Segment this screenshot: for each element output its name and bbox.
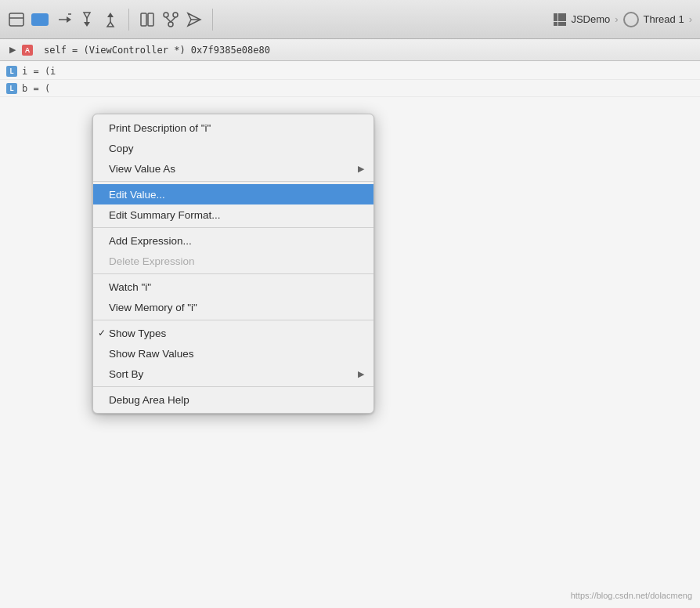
var-b-badge: L <box>6 83 17 94</box>
toolbar-separator-1 <box>128 9 129 31</box>
menu-item-label-delete-expression: Delete Expression <box>109 255 195 267</box>
var-b-text: b = ( <box>22 83 50 94</box>
menu-item-label-view-value-as: View Value As <box>109 163 175 175</box>
debug-area: ▶ A self = (ViewController *) 0x7f9385e0… <box>0 39 700 608</box>
breadcrumb-chevron: › <box>615 13 618 25</box>
menu-separator-separator-4 <box>93 320 373 320</box>
submenu-arrow-view-value-as: ▶ <box>358 164 364 174</box>
menu-item-label-edit-summary-format: Edit Summary Format... <box>109 209 221 221</box>
var-i-badge: L <box>6 66 17 77</box>
svg-marker-5 <box>84 13 90 18</box>
menu-item-label-watch-i: Watch "i" <box>109 281 151 293</box>
var-row-b[interactable]: L b = ( <box>0 80 700 97</box>
var-row-i[interactable]: L i = (i <box>0 63 700 80</box>
menu-item-show-types[interactable]: ✓Show Types <box>93 323 373 343</box>
menu-item-watch-i[interactable]: Watch "i" <box>93 277 373 297</box>
menu-item-print-description[interactable]: Print Description of "i" <box>93 118 373 138</box>
self-badge: A <box>22 45 33 56</box>
menu-item-label-print-description: Print Description of "i" <box>109 122 211 134</box>
context-menu: Print Description of "i"CopyView Value A… <box>92 114 374 414</box>
menu-item-add-expression[interactable]: Add Expression... <box>93 230 373 251</box>
menu-item-debug-area-help[interactable]: Debug Area Help <box>93 389 373 410</box>
menu-item-sort-by[interactable]: Sort By▶ <box>93 364 373 384</box>
svg-point-15 <box>168 22 173 27</box>
main-toolbar: JSDemo › Thread 1 › <box>0 0 700 39</box>
menu-item-copy[interactable]: Copy <box>93 138 373 158</box>
continue-btn[interactable]: ▶ <box>6 44 19 56</box>
menu-item-label-debug-area-help: Debug Area Help <box>109 394 189 406</box>
debug-toolbar: ▶ A self = (ViewController *) 0x7f9385e0… <box>0 39 700 61</box>
menu-separator-separator-3 <box>93 273 373 274</box>
menu-item-show-raw-values[interactable]: Show Raw Values <box>93 343 373 364</box>
menu-item-delete-expression: Delete Expression <box>93 251 373 271</box>
variable-list: L i = (i L b = ( <box>0 61 700 99</box>
self-value: self = (ViewController *) 0x7f9385e08e80 <box>44 45 270 56</box>
menu-separator-separator-5 <box>93 386 373 387</box>
step-over-icon[interactable] <box>55 11 72 28</box>
breadcrumb: JSDemo › Thread 1 › <box>554 12 692 27</box>
svg-point-13 <box>164 13 168 17</box>
watermark: https://blog.csdn.net/dolacmeng <box>571 591 692 600</box>
svg-point-14 <box>173 13 178 17</box>
svg-rect-11 <box>141 13 146 26</box>
svg-rect-0 <box>9 13 23 26</box>
menu-item-label-add-expression: Add Expression... <box>109 235 192 247</box>
send-icon[interactable] <box>186 11 203 28</box>
menu-item-label-sort-by: Sort By <box>109 368 143 380</box>
hide-panel-icon[interactable] <box>8 11 25 28</box>
menu-item-label-edit-value: Edit Value... <box>109 189 165 201</box>
svg-rect-12 <box>148 13 153 26</box>
play-icon[interactable] <box>31 11 49 28</box>
project-icon <box>554 13 566 26</box>
svg-line-17 <box>171 17 175 22</box>
view-toggle-icon[interactable] <box>139 11 156 28</box>
step-out-icon[interactable] <box>102 11 119 28</box>
menu-item-view-value-as[interactable]: View Value As▶ <box>93 158 373 179</box>
breadcrumb-end-chevron: › <box>689 13 692 25</box>
menu-separator-separator-1 <box>93 181 373 182</box>
menu-item-label-show-types: Show Types <box>109 328 166 339</box>
thread-icon <box>623 12 639 27</box>
menu-item-label-show-raw-values: Show Raw Values <box>109 348 194 360</box>
menu-item-view-memory-of-i[interactable]: View Memory of "i" <box>93 297 373 317</box>
svg-line-16 <box>166 17 171 22</box>
svg-marker-3 <box>67 16 71 23</box>
fork-icon[interactable] <box>162 11 179 28</box>
menu-item-label-copy: Copy <box>109 143 134 154</box>
menu-separator-separator-2 <box>93 227 373 228</box>
svg-marker-7 <box>84 22 90 27</box>
thread-name[interactable]: Thread 1 <box>644 13 684 25</box>
var-i-text: i = (i <box>22 66 56 77</box>
submenu-arrow-sort-by: ▶ <box>358 369 364 379</box>
menu-item-edit-summary-format[interactable]: Edit Summary Format... <box>93 204 373 225</box>
project-name[interactable]: JSDemo <box>571 13 610 25</box>
toolbar-separator-2 <box>212 9 213 31</box>
menu-item-label-view-memory-of-i: View Memory of "i" <box>109 302 197 313</box>
svg-marker-10 <box>107 22 114 27</box>
step-into-icon[interactable] <box>78 11 96 28</box>
menu-item-edit-value[interactable]: Edit Value... <box>93 184 373 204</box>
